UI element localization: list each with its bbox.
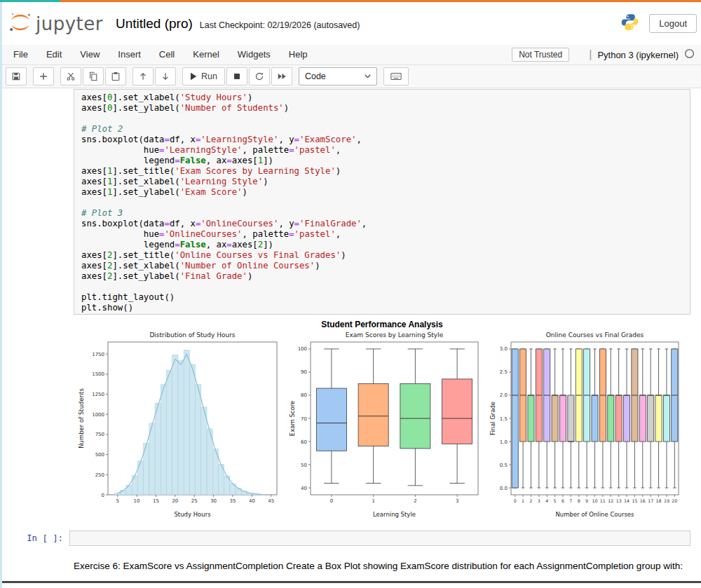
- move-cell-up-button[interactable]: [132, 67, 154, 86]
- svg-text:1: 1: [522, 498, 524, 503]
- menu-insert[interactable]: Insert: [109, 45, 150, 64]
- save-button[interactable]: [6, 67, 27, 86]
- svg-text:2.5: 2.5: [500, 369, 508, 375]
- copy-cells-button[interactable]: [83, 67, 104, 86]
- menu-view[interactable]: View: [71, 45, 109, 64]
- svg-text:Learning Style: Learning Style: [373, 511, 416, 518]
- svg-text:20: 20: [672, 498, 677, 503]
- fast-forward-icon: [277, 71, 287, 81]
- clipboard-icon: [111, 71, 121, 81]
- svg-text:20: 20: [172, 498, 178, 504]
- svg-text:15: 15: [632, 498, 637, 503]
- menu-file[interactable]: File: [4, 45, 37, 64]
- svg-text:5: 5: [116, 498, 118, 504]
- restart-icon: [254, 71, 264, 81]
- svg-text:40: 40: [249, 498, 255, 504]
- menu-help[interactable]: Help: [280, 45, 317, 64]
- cut-cells-button[interactable]: [60, 67, 81, 86]
- svg-text:2.0: 2.0: [500, 392, 508, 398]
- markdown-cell[interactable]: Exercise 6: ExamScore vs AssignmentCompl…: [74, 561, 694, 571]
- arrow-up-icon: [138, 71, 148, 81]
- toolbar: Run Code: [0, 65, 701, 88]
- notebook-title[interactable]: Untitled (pro): [116, 16, 193, 32]
- svg-text:50: 50: [301, 463, 307, 468]
- run-button[interactable]: Run: [182, 67, 225, 86]
- run-label: Run: [201, 71, 217, 81]
- svg-text:5: 5: [554, 498, 557, 503]
- menu-kernel[interactable]: Kernel: [184, 45, 229, 64]
- restart-run-all-button[interactable]: [271, 67, 292, 86]
- svg-text:Study Hours: Study Hours: [174, 511, 211, 518]
- copy-icon: [88, 71, 98, 81]
- menu-edit[interactable]: Edit: [37, 45, 71, 64]
- svg-text:2: 2: [529, 498, 532, 503]
- cell-type-select[interactable]: Code: [299, 67, 377, 86]
- svg-text:1.0: 1.0: [500, 439, 508, 445]
- code-editor[interactable]: axes[0].set_xlabel('Study Hours') axes[0…: [74, 90, 690, 315]
- save-icon: [11, 71, 21, 81]
- svg-text:2: 2: [414, 498, 416, 504]
- svg-text:25: 25: [191, 498, 198, 504]
- checkpoint-status: Last Checkpoint: 02/19/2026 (autosaved): [200, 20, 360, 30]
- svg-text:10: 10: [134, 498, 140, 504]
- svg-text:0.5: 0.5: [500, 463, 508, 468]
- svg-text:40: 40: [301, 486, 307, 491]
- svg-text:Number of Students: Number of Students: [78, 388, 85, 449]
- svg-text:12: 12: [608, 498, 613, 503]
- svg-text:0.0: 0.0: [500, 486, 508, 491]
- svg-text:1500: 1500: [92, 371, 104, 377]
- svg-text:3: 3: [456, 498, 458, 504]
- kernel-name: Python 3 (ipykernel): [597, 50, 679, 60]
- svg-text:35: 35: [230, 498, 236, 504]
- svg-text:14: 14: [624, 498, 629, 503]
- top-progress-stripe: [0, 0, 701, 2]
- menu-cell[interactable]: Cell: [150, 45, 184, 64]
- play-icon: [190, 72, 197, 81]
- paste-cells-button[interactable]: [105, 67, 126, 86]
- kernel-separator: |: [589, 48, 592, 61]
- restart-kernel-button[interactable]: [249, 67, 270, 86]
- cell-type-value: Code: [305, 71, 326, 81]
- insert-cell-button[interactable]: [33, 67, 54, 86]
- svg-text:1250: 1250: [92, 392, 104, 397]
- jupyter-notebook-window: jupyter Untitled (pro) Last Checkpoint: …: [0, 0, 701, 588]
- svg-text:Exam Score: Exam Score: [289, 401, 296, 436]
- svg-text:45: 45: [268, 498, 274, 504]
- scissors-icon: [66, 71, 76, 81]
- svg-text:Online Courses vs Final Grades: Online Courses vs Final Grades: [546, 331, 644, 339]
- svg-text:500: 500: [95, 452, 104, 458]
- arrow-down-icon: [161, 71, 170, 81]
- svg-text:15: 15: [153, 498, 159, 504]
- stop-icon: [232, 71, 242, 81]
- svg-text:0: 0: [330, 498, 333, 504]
- command-palette-button[interactable]: [383, 67, 409, 86]
- svg-text:1000: 1000: [92, 412, 104, 418]
- logout-button[interactable]: Logout: [649, 14, 697, 33]
- svg-text:60: 60: [301, 439, 307, 445]
- svg-text:0: 0: [102, 493, 104, 498]
- menu-widgets[interactable]: Widgets: [229, 45, 280, 64]
- empty-cell-editor[interactable]: [69, 531, 690, 546]
- not-trusted-button[interactable]: Not Trusted: [512, 48, 569, 62]
- svg-text:19: 19: [664, 498, 669, 503]
- kernel-idle-icon: [684, 48, 695, 62]
- svg-text:750: 750: [95, 432, 104, 437]
- svg-text:7: 7: [569, 498, 572, 503]
- svg-text:9: 9: [585, 498, 588, 503]
- svg-text:1750: 1750: [92, 352, 104, 357]
- plus-icon: [39, 71, 48, 81]
- menu-right: Not Trusted | Python 3 (ipykernel): [512, 48, 697, 62]
- code-cell[interactable]: axes[0].set_xlabel('Study Hours') axes[0…: [74, 89, 690, 315]
- title-group: Untitled (pro) Last Checkpoint: 02/19/20…: [116, 16, 360, 32]
- interrupt-kernel-button[interactable]: [226, 67, 247, 86]
- svg-text:17: 17: [648, 498, 653, 503]
- jupyter-logo[interactable]: jupyter: [8, 12, 103, 36]
- svg-text:6: 6: [562, 498, 564, 503]
- input-prompt: In [ ]:: [0, 531, 69, 546]
- svg-text:18: 18: [656, 498, 662, 503]
- empty-code-cell[interactable]: In [ ]:: [0, 531, 690, 546]
- move-cell-down-button[interactable]: [155, 67, 176, 86]
- svg-text:90: 90: [301, 369, 307, 375]
- header-right: Logout: [620, 13, 697, 34]
- svg-text:11: 11: [600, 498, 606, 503]
